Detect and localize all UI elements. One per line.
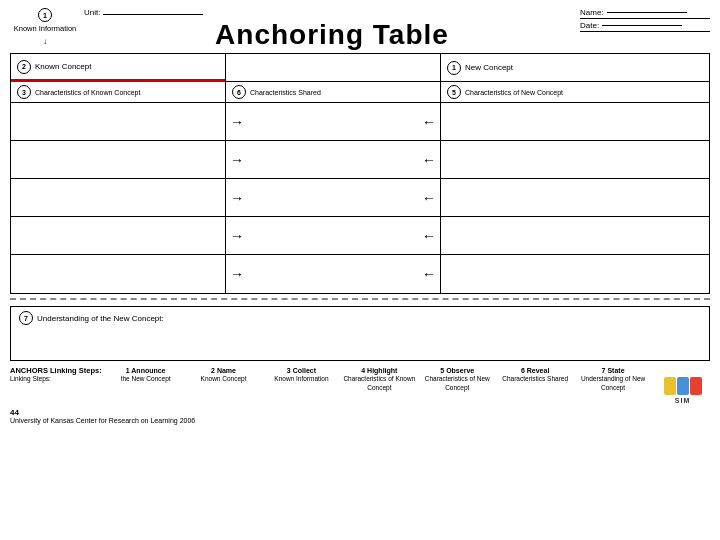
- main-table: 2 Known Concept 3 Characteristics of Kno…: [10, 53, 710, 294]
- linking-steps-subtitle: Linking Steps:: [10, 375, 102, 382]
- understanding-section: 7 Understanding of the New Concept:: [10, 306, 710, 361]
- known-row-5: [11, 255, 225, 293]
- known-concept-column: 2 Known Concept 3 Characteristics of Kno…: [11, 54, 226, 293]
- circle-7: 7: [19, 311, 33, 325]
- new-characteristics-label: Characteristics of New Concept: [465, 89, 563, 96]
- step-1: 1 Announcethe New Concept: [110, 366, 182, 392]
- known-row-1: [11, 103, 225, 141]
- unit-label: Unit:: [84, 8, 100, 17]
- shared-row-4: → ←: [226, 217, 440, 255]
- step-5: 5 ObserveCharacteristics of New Concept: [421, 366, 493, 392]
- page-title: Anchoring Table: [84, 19, 580, 51]
- shared-row-2: → ←: [226, 141, 440, 179]
- shared-characteristics-label: Characteristics Shared: [250, 89, 321, 96]
- circle-5: 5: [447, 85, 461, 99]
- bottom-bar: 44 University of Kansas Center for Resea…: [10, 408, 710, 424]
- known-information-label: 1 Known Information ↓: [10, 8, 80, 46]
- page-number: 44: [10, 408, 195, 417]
- known-row-3: [11, 179, 225, 217]
- shared-row-1: → ←: [226, 103, 440, 141]
- circle-1-new: 1: [447, 61, 461, 75]
- footer-area: ANCHORS Linking Steps: Linking Steps: 1 …: [10, 366, 710, 404]
- step-4: 4 HighlightCharacteristics of Known Conc…: [343, 366, 415, 392]
- step-7: 7 StateUnderstanding of New Concept: [577, 366, 649, 392]
- shared-row-3: → ←: [226, 179, 440, 217]
- circle-6: 6: [232, 85, 246, 99]
- new-row-1: [441, 103, 709, 141]
- new-row-4: [441, 217, 709, 255]
- circle-3a: 3: [17, 85, 31, 99]
- date-label: Date:: [580, 21, 599, 30]
- step-6: 6 RevealCharacteristics Shared: [499, 366, 571, 392]
- known-row-4: [11, 217, 225, 255]
- steps-list: 1 Announcethe New Concept 2 NameKnown Co…: [110, 366, 649, 392]
- name-date-area: Name: Date:: [580, 8, 710, 34]
- understanding-label: Understanding of the New Concept:: [37, 314, 164, 323]
- new-concept-column: 1 New Concept 5 Characteristics of New C…: [441, 54, 709, 293]
- page: 1 Known Information ↓ Unit: Anchoring Ta…: [0, 0, 720, 540]
- new-concept-label: New Concept: [465, 63, 513, 72]
- step-3: 3 CollectKnown Information: [265, 366, 337, 392]
- name-label: Name:: [580, 8, 604, 17]
- sim-logo: SIM: [655, 366, 710, 404]
- new-row-3: [441, 179, 709, 217]
- shared-row-5: → ←: [226, 255, 440, 293]
- circle-2: 2: [17, 60, 31, 74]
- university-text: University of Kansas Center for Research…: [10, 417, 195, 424]
- step-2: 2 NameKnown Concept: [188, 366, 260, 392]
- new-row-2: [441, 141, 709, 179]
- known-concept-label: Known Concept: [35, 62, 91, 71]
- known-row-2: [11, 141, 225, 179]
- new-row-5: [441, 255, 709, 293]
- shared-column: 6 Characteristics Shared → ← → ← → ← →: [226, 54, 441, 293]
- anchors-title: ANCHORS Linking Steps:: [10, 366, 102, 375]
- known-characteristics-label: Characteristics of Known Concept: [35, 89, 140, 96]
- circle-1: 1: [38, 8, 52, 22]
